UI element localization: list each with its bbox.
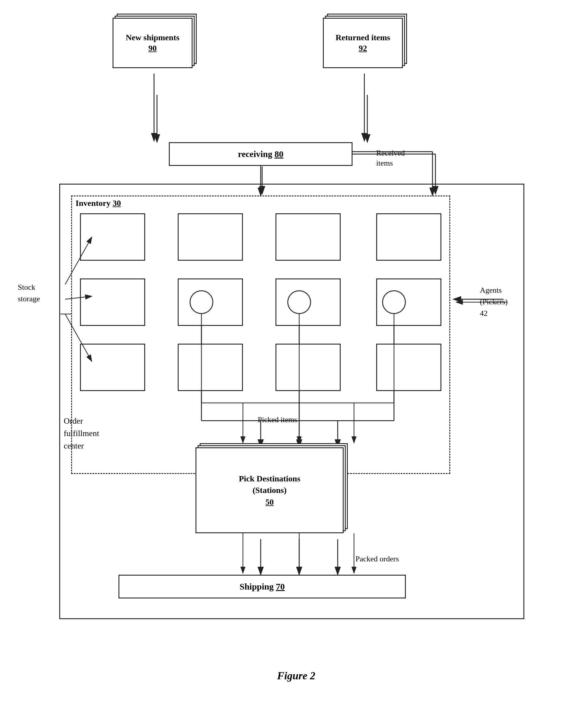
agents-label: Agents(Pickers)42: [480, 285, 508, 319]
received-items-label: Receiveditems: [376, 148, 405, 168]
storage-cell-r2c1: [80, 279, 145, 326]
diagram: New shipments 90 Returned items 92 recei…: [0, 0, 588, 703]
returned-items-stack: Returned items 92: [323, 18, 406, 74]
receiving-box: receiving 80: [169, 142, 352, 166]
storage-cell-r3c1: [80, 344, 145, 391]
receiving-number: 80: [275, 149, 283, 159]
inventory-label: Inventory 30: [76, 198, 121, 209]
shipping-label: Shipping: [240, 581, 274, 592]
new-shipments-stack: New shipments 90: [112, 18, 195, 74]
agent-circle-2: [287, 290, 311, 314]
storage-cell-r3c2: [178, 344, 243, 391]
receiving-label: receiving: [238, 149, 272, 159]
shipping-number: 70: [276, 581, 285, 592]
pick-dest-label: Pick Destinations(Stations): [239, 473, 301, 496]
storage-cell-r1c2: [178, 213, 243, 261]
storage-cell-r3c3: [275, 344, 341, 391]
packed-orders-label: Packed orders: [355, 554, 399, 564]
agent-circle-1: [189, 290, 213, 314]
new-shipments-number: 90: [148, 43, 157, 54]
storage-cell-r1c1: [80, 213, 145, 261]
new-shipments-label: New shipments: [125, 32, 179, 43]
stock-storage-label: Stockstorage: [18, 282, 40, 305]
returned-items-label: Returned items: [336, 32, 390, 43]
figure-caption: Figure 2: [222, 670, 370, 682]
pick-dest-number: 50: [265, 496, 274, 508]
shipping-box: Shipping 70: [118, 575, 406, 599]
storage-cell-r3c4: [376, 344, 441, 391]
storage-cell-r1c4: [376, 213, 441, 261]
picked-items-label: Picked items: [258, 415, 298, 425]
storage-cell-r1c3: [275, 213, 341, 261]
agent-circle-3: [382, 290, 406, 314]
inventory-number: 30: [112, 199, 121, 208]
returned-items-number: 92: [359, 43, 367, 54]
